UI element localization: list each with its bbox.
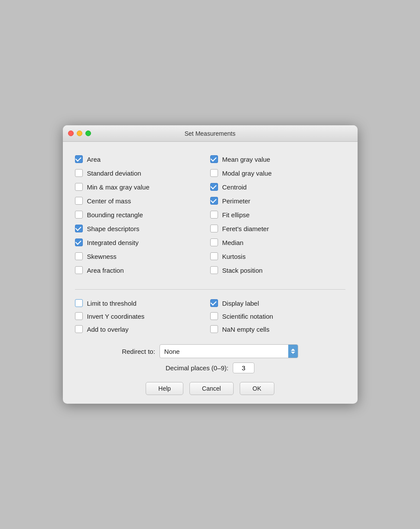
- checkbox-invert-y-input[interactable]: [75, 312, 83, 320]
- checkbox-fit-ellipse-label: Fit ellipse: [222, 211, 250, 219]
- checkbox-std-dev[interactable]: Standard deviation: [75, 166, 210, 180]
- close-button[interactable]: [68, 131, 74, 136]
- checkbox-sci-notation-label: Scientific notation: [222, 313, 273, 320]
- decimal-label: Decimal places (0–9):: [166, 364, 228, 372]
- checkbox-shape-desc-input[interactable]: [75, 225, 83, 232]
- checkbox-invert-y[interactable]: Invert Y coordinates: [75, 310, 210, 323]
- checkbox-centroid-label: Centroid: [222, 183, 247, 191]
- checkbox-nan-empty-label: NaN empty cells: [222, 326, 270, 333]
- checkbox-min-max[interactable]: Min & max gray value: [75, 180, 210, 194]
- checkbox-center-mass[interactable]: Center of mass: [75, 194, 210, 208]
- help-button[interactable]: Help: [146, 382, 183, 395]
- checkbox-skewness-input[interactable]: [75, 252, 83, 260]
- checkbox-std-dev-input[interactable]: [75, 169, 83, 177]
- checkbox-display-label-label: Display label: [222, 300, 259, 307]
- decimal-row: Decimal places (0–9):: [75, 362, 345, 373]
- checkbox-min-max-label: Min & max gray value: [87, 183, 150, 191]
- checkbox-skewness-label: Skewness: [87, 253, 117, 260]
- checkbox-stack-pos-label: Stack position: [222, 267, 263, 274]
- checkbox-area-frac-input[interactable]: [75, 266, 83, 274]
- checkbox-mean-gray-input[interactable]: [210, 155, 218, 163]
- checkbox-center-mass-label: Center of mass: [87, 197, 131, 205]
- traffic-lights: [68, 131, 91, 136]
- checkbox-stack-pos[interactable]: Stack position: [210, 263, 345, 277]
- cancel-button[interactable]: Cancel: [189, 382, 234, 395]
- checkbox-min-max-input[interactable]: [75, 183, 83, 191]
- checkbox-std-dev-label: Standard deviation: [87, 170, 141, 177]
- checkbox-stack-pos-input[interactable]: [210, 266, 218, 274]
- checkbox-median-label: Median: [222, 239, 244, 246]
- extra-options-grid: Limit to threshold Invert Y coordinates …: [75, 297, 345, 336]
- checkbox-integrated[interactable]: Integrated density: [75, 235, 210, 249]
- redirect-value: None: [160, 346, 288, 357]
- arrow-up-icon[interactable]: [291, 349, 295, 351]
- extra-left-column: Limit to threshold Invert Y coordinates …: [75, 297, 210, 336]
- checkbox-integrated-label: Integrated density: [87, 239, 139, 246]
- checkbox-kurtosis-label: Kurtosis: [222, 253, 246, 260]
- checkbox-ferets-label: Feret's diameter: [222, 225, 269, 232]
- checkbox-kurtosis[interactable]: Kurtosis: [210, 249, 345, 263]
- checkbox-area-frac[interactable]: Area fraction: [75, 263, 210, 277]
- dialog-window: Set Measurements Area Standard deviation…: [63, 125, 358, 404]
- checkbox-perimeter-label: Perimeter: [222, 197, 251, 205]
- redirect-arrows[interactable]: [288, 345, 298, 358]
- maximize-button[interactable]: [85, 131, 91, 136]
- checkbox-nan-empty[interactable]: NaN empty cells: [210, 323, 345, 336]
- checkbox-centroid[interactable]: Centroid: [210, 180, 345, 194]
- checkbox-perimeter[interactable]: Perimeter: [210, 194, 345, 208]
- checkbox-display-label-input[interactable]: [210, 299, 218, 307]
- button-row: Help Cancel OK: [75, 382, 345, 395]
- ok-button[interactable]: OK: [240, 382, 274, 395]
- checkbox-shape-desc[interactable]: Shape descriptors: [75, 222, 210, 235]
- checkbox-add-overlay-input[interactable]: [75, 325, 83, 333]
- checkbox-display-label[interactable]: Display label: [210, 297, 345, 310]
- checkbox-area[interactable]: Area: [75, 152, 210, 166]
- checkbox-fit-ellipse[interactable]: Fit ellipse: [210, 208, 345, 222]
- redirect-select[interactable]: None: [160, 344, 298, 358]
- checkbox-bounding-rect-input[interactable]: [75, 211, 83, 219]
- checkbox-add-overlay[interactable]: Add to overlay: [75, 323, 210, 336]
- checkbox-modal-gray[interactable]: Modal gray value: [210, 166, 345, 180]
- checkbox-median[interactable]: Median: [210, 235, 345, 249]
- checkbox-sci-notation-input[interactable]: [210, 312, 218, 320]
- checkbox-kurtosis-input[interactable]: [210, 252, 218, 260]
- redirect-label: Redirect to:: [122, 348, 155, 355]
- main-checkboxes-grid: Area Standard deviation Min & max gray v…: [75, 152, 345, 277]
- checkbox-area-label: Area: [87, 156, 101, 163]
- checkbox-integrated-input[interactable]: [75, 238, 83, 246]
- checkbox-limit-thresh-input[interactable]: [75, 299, 83, 307]
- checkbox-nan-empty-input[interactable]: [210, 325, 218, 333]
- checkbox-shape-desc-label: Shape descriptors: [87, 225, 140, 232]
- checkbox-area-frac-label: Area fraction: [87, 267, 124, 274]
- checkbox-sci-notation[interactable]: Scientific notation: [210, 310, 345, 323]
- redirect-row: Redirect to: None: [75, 344, 345, 358]
- checkbox-limit-thresh-label: Limit to threshold: [87, 300, 137, 307]
- minimize-button[interactable]: [77, 131, 82, 136]
- checkbox-skewness[interactable]: Skewness: [75, 249, 210, 263]
- arrow-down-icon[interactable]: [291, 352, 295, 354]
- titlebar: Set Measurements: [63, 125, 358, 142]
- decimal-input[interactable]: [233, 362, 254, 373]
- checkbox-area-input[interactable]: [75, 155, 83, 163]
- checkbox-add-overlay-label: Add to overlay: [87, 326, 129, 333]
- checkbox-limit-thresh[interactable]: Limit to threshold: [75, 297, 210, 310]
- checkbox-bounding-rect[interactable]: Bounding rectangle: [75, 208, 210, 222]
- checkbox-mean-gray[interactable]: Mean gray value: [210, 152, 345, 166]
- checkbox-perimeter-input[interactable]: [210, 197, 218, 205]
- left-column: Area Standard deviation Min & max gray v…: [75, 152, 210, 277]
- content-area: Area Standard deviation Min & max gray v…: [63, 142, 358, 404]
- checkbox-modal-gray-label: Modal gray value: [222, 170, 272, 177]
- checkbox-bounding-rect-label: Bounding rectangle: [87, 211, 143, 219]
- bottom-controls: Redirect to: None Decimal places (0–9):: [75, 344, 345, 373]
- checkbox-fit-ellipse-input[interactable]: [210, 211, 218, 219]
- checkbox-ferets-input[interactable]: [210, 225, 218, 232]
- checkbox-invert-y-label: Invert Y coordinates: [87, 313, 145, 320]
- checkbox-modal-gray-input[interactable]: [210, 169, 218, 177]
- checkbox-median-input[interactable]: [210, 238, 218, 246]
- checkbox-center-mass-input[interactable]: [75, 197, 83, 205]
- checkbox-centroid-input[interactable]: [210, 183, 218, 191]
- extra-right-column: Display label Scientific notation NaN em…: [210, 297, 345, 336]
- checkbox-ferets[interactable]: Feret's diameter: [210, 222, 345, 235]
- divider: [75, 289, 345, 290]
- right-column: Mean gray value Modal gray value Centroi…: [210, 152, 345, 277]
